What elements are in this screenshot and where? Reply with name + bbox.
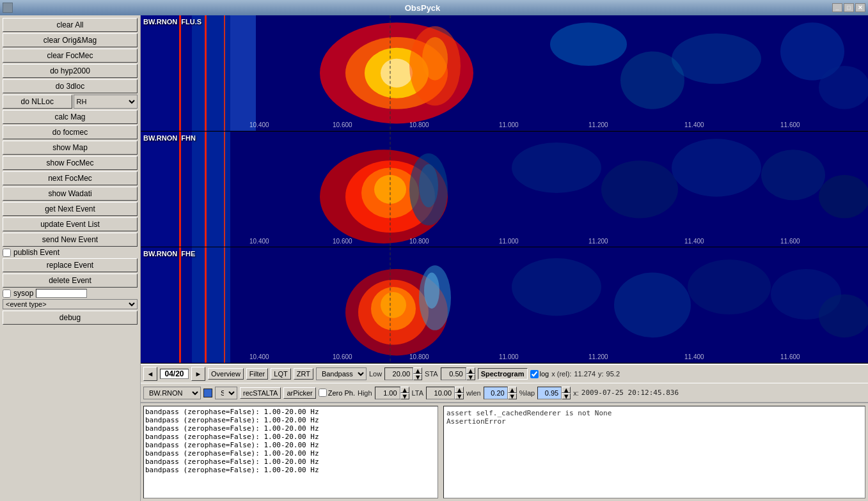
publish-event-checkbox[interactable]: [3, 249, 11, 257]
next-focmec-button[interactable]: next FocMec: [3, 171, 138, 185]
debug-button[interactable]: debug: [3, 311, 138, 325]
clear-focmec-button[interactable]: clear FocMec: [3, 49, 138, 63]
do-nlloc-row: do NLLoc RH RG: [3, 95, 138, 109]
svg-point-68: [819, 295, 868, 338]
plap-spin-down[interactable]: ▼: [562, 393, 571, 399]
svg-point-43: [819, 174, 868, 218]
event-type-select[interactable]: <event type>: [3, 299, 138, 309]
svg-point-61: [381, 292, 406, 318]
zero-ph-label: Zero Ph.: [328, 389, 355, 397]
wlen-spinner: ▲ ▼: [484, 387, 517, 399]
maximize-button[interactable]: □: [844, 3, 854, 12]
close-button[interactable]: ✕: [855, 3, 865, 12]
send-new-event-button[interactable]: send New Event: [3, 233, 138, 247]
date-display: 04/20: [160, 369, 189, 379]
clear-all-button[interactable]: clear All: [3, 18, 138, 32]
error-panel[interactable]: assert self._cachedRenderer is not None …: [443, 406, 865, 498]
sta-spin-down[interactable]: ▼: [466, 374, 475, 380]
title-bar-buttons[interactable]: _ □ ✕: [832, 3, 868, 12]
wlen-spin-down[interactable]: ▼: [508, 393, 517, 399]
svg-point-64: [512, 258, 601, 316]
svg-point-65: [614, 273, 691, 338]
svg-text:11.600: 11.600: [780, 236, 800, 245]
svg-text:11.000: 11.000: [499, 120, 519, 128]
sysop-input[interactable]: [36, 289, 87, 298]
right-panel: 10.400 10.600 10.800 11.000 11.200 11.40…: [141, 15, 868, 501]
svg-point-63: [424, 273, 439, 309]
toolbar-row-1: ◄ 04/20 ► Overview Filter LQT ZRT Bandpa…: [141, 364, 868, 383]
update-event-list-button[interactable]: update Event List: [3, 217, 138, 231]
svg-text:11.400: 11.400: [684, 353, 704, 361]
log-panel[interactable]: bandpass (zerophase=False): 1.00-20.00 H…: [143, 406, 438, 498]
delete-event-button[interactable]: delete Event: [3, 274, 138, 288]
title-bar-left: [0, 3, 13, 13]
prev-button[interactable]: ◄: [143, 367, 157, 381]
plap-input[interactable]: [537, 387, 562, 399]
main-container: clear All clear Orig&Mag clear FocMec do…: [0, 15, 868, 501]
clear-orig-mag-button[interactable]: clear Orig&Mag: [3, 33, 138, 47]
overview-button[interactable]: Overview: [208, 368, 244, 380]
low-spin-down[interactable]: ▼: [413, 374, 422, 380]
show-focmec-button[interactable]: show FocMec: [3, 156, 138, 170]
log-checkbox[interactable]: [530, 370, 539, 378]
spectrogram-button[interactable]: Spectrogram: [478, 368, 528, 380]
lta-input[interactable]: [426, 387, 455, 399]
svg-rect-31: [205, 132, 207, 247]
calc-mag-button[interactable]: calc Mag: [3, 110, 138, 124]
svg-point-12: [422, 37, 448, 81]
zero-ph-checkbox[interactable]: [319, 389, 327, 397]
spectrogram-svg-3[interactable]: 10.400 10.600 10.800 11.000 11.200 11.40…: [141, 247, 868, 363]
low-label: Low: [369, 370, 382, 378]
do-focmec-button[interactable]: do focmec: [3, 125, 138, 139]
sysop-checkbox[interactable]: [3, 289, 11, 298]
zero-ph-row: Zero Ph.: [319, 389, 355, 397]
left-panel: clear All clear Orig&Mag clear FocMec do…: [0, 15, 141, 501]
show-wadati-button[interactable]: show Wadati: [3, 187, 138, 201]
nlloc-select[interactable]: RH RG: [74, 95, 138, 109]
do-3dloc-button[interactable]: do 3dloc: [3, 79, 138, 93]
get-next-event-button[interactable]: get Next Event: [3, 202, 138, 216]
lta-spinner: ▲ ▼: [426, 387, 464, 399]
minimize-button[interactable]: _: [832, 3, 842, 12]
x-rel-value: 11.274: [574, 370, 596, 378]
do-nlloc-button[interactable]: do NLLoc: [3, 95, 72, 109]
low-input[interactable]: [384, 367, 413, 380]
lqt-button[interactable]: LQT: [271, 368, 290, 380]
spectrogram-svg-2[interactable]: 10.400 10.600 10.800 11.000 11.200 11.40…: [141, 132, 868, 247]
show-map-button[interactable]: show Map: [3, 141, 138, 155]
filter-button[interactable]: Filter: [246, 368, 268, 380]
svg-point-42: [761, 150, 825, 200]
svg-rect-55: [179, 247, 181, 363]
high-input[interactable]: [375, 387, 400, 399]
sta-input[interactable]: [441, 367, 466, 380]
high-spin-down[interactable]: ▼: [400, 393, 409, 399]
svg-text:10.800: 10.800: [409, 353, 429, 361]
svg-point-41: [672, 139, 761, 196]
spectrogram-svg-1[interactable]: 10.400 10.600 10.800 11.000 11.200 11.40…: [141, 15, 868, 131]
svg-text:10.600: 10.600: [333, 120, 352, 128]
bandpass-select[interactable]: Bandpass: [316, 367, 367, 380]
channel-select[interactable]: S: [215, 387, 237, 399]
spectrogram-label-2: BW.RNON FHN: [143, 134, 196, 142]
svg-text:11.200: 11.200: [588, 120, 608, 128]
svg-text:11.000: 11.000: [499, 236, 519, 245]
svg-rect-30: [179, 132, 181, 247]
x-date-value: 2009-07-25 20:12:45.836: [581, 389, 679, 397]
ar-picker-button[interactable]: arPicker: [283, 387, 315, 399]
log-line-2: bandpass (zerophase=False): 1.00-20.00 H…: [145, 416, 436, 424]
station-select[interactable]: BW.RNON: [143, 387, 201, 399]
toolbar-row-2: BW.RNON S recSTALTA arPicker Zero Ph. Hi…: [141, 383, 868, 402]
log-line-5: bandpass (zerophase=False): 1.00-20.00 H…: [145, 441, 436, 449]
sta-label: STA: [425, 370, 438, 378]
lta-spin-down[interactable]: ▼: [455, 393, 464, 399]
sysop-label: sysop: [13, 289, 33, 298]
replace-event-button[interactable]: replace Event: [3, 258, 138, 272]
error-line-3: AssertionError: [446, 417, 862, 426]
next-button[interactable]: ►: [191, 367, 205, 381]
svg-point-38: [419, 164, 438, 207]
zrt-button[interactable]: ZRT: [294, 368, 313, 380]
do-hyp2000-button[interactable]: do hyp2000: [3, 64, 138, 78]
wlen-input[interactable]: [484, 387, 508, 399]
svg-text:10.800: 10.800: [409, 236, 429, 245]
rec-stalta-button[interactable]: recSTALTA: [240, 387, 281, 399]
